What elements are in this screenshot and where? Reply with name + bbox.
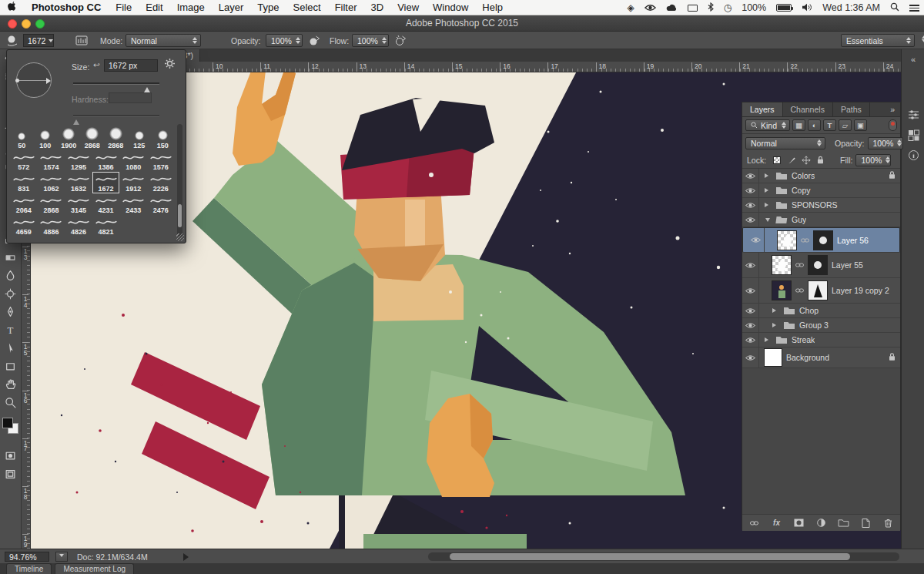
brush-preset[interactable]: 150 bbox=[151, 121, 175, 150]
status-flyout-button[interactable] bbox=[55, 552, 68, 562]
brush-size-box[interactable]: 1672 bbox=[23, 34, 54, 47]
lock-paint-icon[interactable] bbox=[785, 155, 797, 166]
tab-paths[interactable]: Paths bbox=[833, 102, 870, 116]
brush-preset[interactable]: 4821 bbox=[92, 215, 120, 237]
brush-preset[interactable]: 1080 bbox=[119, 150, 147, 172]
size-slider-thumb[interactable] bbox=[144, 84, 150, 92]
brush-preset[interactable]: 1386 bbox=[92, 150, 120, 172]
kind-filter-select[interactable]: Kind bbox=[745, 119, 790, 131]
type-tool[interactable]: T bbox=[0, 321, 22, 340]
tablet-opacity-icon[interactable] bbox=[308, 34, 321, 50]
foreground-color-swatch[interactable] bbox=[2, 418, 13, 428]
layer-opacity-select[interactable]: 100% bbox=[868, 137, 903, 149]
hand-tool[interactable] bbox=[0, 375, 22, 394]
pen-tool[interactable] bbox=[0, 303, 22, 321]
expand-collapse-triangle[interactable] bbox=[764, 188, 772, 193]
status-options-arrow[interactable] bbox=[183, 553, 192, 561]
brush-preset[interactable]: 1295 bbox=[65, 150, 92, 172]
tab-layers[interactable]: Layers bbox=[742, 102, 783, 116]
layer-thumbnail[interactable] bbox=[764, 348, 782, 367]
spotlight-icon[interactable] bbox=[890, 2, 899, 14]
visibility-toggle[interactable] bbox=[742, 253, 759, 277]
brush-preset[interactable]: 4826 bbox=[65, 215, 92, 237]
menu-select[interactable]: Select bbox=[286, 2, 327, 13]
menu-view[interactable]: View bbox=[390, 2, 426, 13]
layer-group-row[interactable]: SPONSORS bbox=[742, 198, 900, 213]
filter-shape-icon[interactable]: ▱ bbox=[839, 119, 852, 131]
screen-mode-icon[interactable] bbox=[0, 465, 22, 484]
close-window-button[interactable] bbox=[8, 19, 17, 29]
filter-toggle-switch[interactable] bbox=[889, 119, 897, 131]
display-icon[interactable] bbox=[688, 5, 698, 12]
dodge-tool[interactable] bbox=[0, 285, 22, 304]
brush-tip-preview-icon[interactable] bbox=[5, 34, 19, 50]
layer-row[interactable]: Layer 55 bbox=[742, 253, 900, 278]
blur-tool[interactable] bbox=[0, 267, 22, 285]
layer-thumbnail[interactable] bbox=[777, 230, 797, 250]
lock-position-icon[interactable] bbox=[800, 155, 812, 166]
flow-select[interactable]: 100% bbox=[352, 34, 389, 47]
cloud-icon[interactable] bbox=[666, 2, 678, 14]
brush-preset[interactable]: 3145 bbox=[65, 193, 92, 215]
visibility-toggle[interactable] bbox=[742, 278, 759, 303]
visibility-toggle[interactable] bbox=[742, 304, 759, 317]
expand-collapse-triangle[interactable] bbox=[772, 308, 779, 313]
panel-menu-icon[interactable]: » bbox=[885, 102, 900, 116]
filter-type-icon[interactable]: T bbox=[823, 119, 836, 131]
brush-preset[interactable]: 100 bbox=[34, 121, 58, 150]
zoom-tool[interactable] bbox=[0, 394, 22, 412]
popup-resize-grip[interactable] bbox=[176, 233, 184, 241]
shape-tool[interactable] bbox=[0, 357, 22, 376]
gradient-tool[interactable] bbox=[0, 249, 22, 267]
brush-preset[interactable]: 831 bbox=[10, 172, 38, 193]
expand-collapse-triangle[interactable] bbox=[764, 216, 772, 224]
airbrush-icon[interactable] bbox=[394, 34, 407, 50]
brush-preset[interactable]: 1574 bbox=[38, 150, 65, 172]
horizontal-scrollbar[interactable] bbox=[428, 552, 899, 561]
volume-icon[interactable] bbox=[802, 2, 812, 14]
workspace-select[interactable]: Essentials bbox=[841, 34, 915, 47]
bottom-tab-measurement-log[interactable]: Measurement Log bbox=[55, 563, 134, 574]
menu-3d[interactable]: 3D bbox=[364, 2, 391, 13]
menubar-clock[interactable]: Wed 1:36 AM bbox=[822, 2, 880, 13]
new-group-icon[interactable] bbox=[838, 518, 850, 529]
tab-channels[interactable]: Channels bbox=[783, 102, 833, 116]
layer-group-row[interactable]: Guy bbox=[742, 213, 900, 227]
brush-preset[interactable]: 1900 bbox=[57, 121, 81, 150]
brush-preset[interactable]: 2868 bbox=[38, 193, 65, 215]
brush-preset[interactable]: 4231 bbox=[92, 193, 120, 215]
brush-preset[interactable]: 2868 bbox=[81, 121, 105, 150]
zoom-window-button[interactable] bbox=[35, 19, 45, 29]
blend-mode-select[interactable]: Normal bbox=[745, 137, 825, 149]
bottom-tab-timeline[interactable]: Timeline bbox=[6, 563, 52, 574]
menu-window[interactable]: Window bbox=[426, 2, 475, 13]
visibility-toggle[interactable] bbox=[742, 213, 759, 227]
visibility-toggle[interactable] bbox=[742, 198, 759, 212]
background-layer-row[interactable]: Background bbox=[742, 347, 900, 368]
menu-edit[interactable]: Edit bbox=[139, 2, 169, 13]
menu-app-name[interactable]: Photoshop CC bbox=[24, 2, 109, 13]
lock-all-icon[interactable] bbox=[815, 155, 826, 166]
brush-preset[interactable]: 1672 bbox=[92, 172, 120, 193]
opacity-select[interactable]: 100% bbox=[266, 34, 303, 47]
brush-preset[interactable]: 1912 bbox=[119, 172, 147, 193]
brush-preset[interactable]: 2433 bbox=[119, 193, 147, 215]
zoom-level-field[interactable]: 94.76% bbox=[5, 552, 49, 562]
layer-mask-thumbnail[interactable] bbox=[808, 255, 828, 275]
horizontal-scrollbar-thumb[interactable] bbox=[450, 553, 850, 560]
menu-file[interactable]: File bbox=[109, 2, 139, 13]
brush-preset[interactable]: 2064 bbox=[10, 193, 38, 215]
new-layer-icon[interactable] bbox=[860, 518, 872, 529]
properties-panel-icon[interactable] bbox=[906, 108, 920, 122]
info-panel-icon[interactable] bbox=[906, 148, 920, 162]
expand-collapse-triangle[interactable] bbox=[772, 323, 779, 327]
layer-group-row[interactable]: Group 3 bbox=[742, 318, 900, 333]
gear-icon[interactable] bbox=[164, 58, 176, 72]
layer-mask-thumbnail[interactable] bbox=[813, 230, 833, 250]
lock-transparency-icon[interactable] bbox=[771, 155, 782, 166]
layer-group-row[interactable]: Colors bbox=[742, 169, 900, 183]
layer-row[interactable]: Layer 56 bbox=[742, 227, 900, 253]
eye-icon[interactable] bbox=[644, 2, 656, 14]
brush-preset[interactable]: 1576 bbox=[147, 150, 175, 172]
menu-filter[interactable]: Filter bbox=[328, 2, 364, 13]
